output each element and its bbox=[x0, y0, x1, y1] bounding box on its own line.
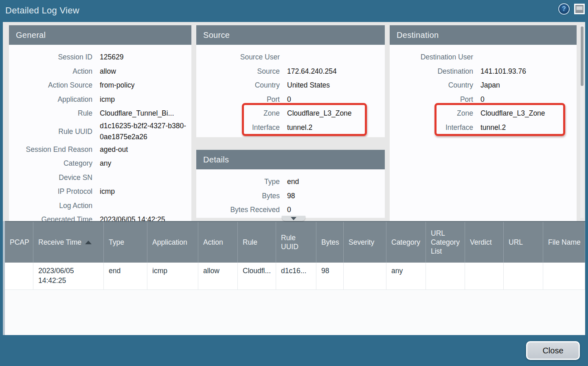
field-device-sn: Device SN bbox=[9, 171, 191, 185]
close-button[interactable]: Close bbox=[526, 341, 580, 360]
field-destination-user: Destination User bbox=[390, 50, 577, 64]
destination-panel-body: Destination User Destination141.101.93.7… bbox=[390, 45, 577, 221]
general-panel-body: Session ID125629 Actionallow Action Sour… bbox=[9, 45, 191, 221]
field-application: Applicationicmp bbox=[9, 92, 191, 107]
page-title: Detailed Log View bbox=[5, 0, 79, 21]
cell-verdict bbox=[465, 263, 504, 289]
field-bytes-received: Bytes Received0 bbox=[196, 203, 385, 217]
field-action-source: Action Sourcefrom-policy bbox=[9, 78, 191, 92]
detail-section: General Session ID125629 Actionallow Act… bbox=[3, 22, 585, 221]
collapse-handle[interactable] bbox=[282, 216, 305, 221]
cell-receive-time: 2023/06/05 14:42:25 bbox=[33, 263, 104, 289]
field-destination-port: Port0 bbox=[390, 92, 577, 107]
column-header-bytes[interactable]: Bytes bbox=[316, 222, 344, 263]
field-ip-protocol: IP Protocolicmp bbox=[9, 184, 191, 199]
field-action: Actionallow bbox=[9, 64, 191, 79]
details-panel-title: Details bbox=[196, 150, 385, 169]
cell-category: any bbox=[386, 263, 426, 289]
field-destination: Destination141.101.93.76 bbox=[390, 64, 577, 79]
field-rule: RuleCloudflare_Tunnel_Bi... bbox=[9, 106, 191, 121]
source-panel: Source Source User Source172.64.240.254 … bbox=[196, 25, 385, 137]
column-header-rule-uuid[interactable]: Rule UUID bbox=[276, 222, 316, 263]
field-source-zone: ZoneCloudflare_L3_Zone bbox=[196, 106, 385, 121]
cell-pcap bbox=[5, 263, 33, 289]
column-header-file-name[interactable]: File Name bbox=[543, 222, 585, 263]
cell-type: end bbox=[104, 263, 147, 289]
field-source-interface: Interfacetunnel.2 bbox=[196, 121, 385, 135]
column-header-type[interactable]: Type bbox=[104, 222, 147, 263]
cell-file-name bbox=[543, 263, 585, 289]
chevron-down-icon bbox=[291, 217, 296, 220]
cell-bytes: 98 bbox=[316, 263, 344, 289]
general-panel: General Session ID125629 Actionallow Act… bbox=[9, 25, 191, 221]
vertical-scrollbar[interactable] bbox=[580, 25, 584, 218]
column-header-receive-time[interactable]: Receive Time bbox=[33, 222, 104, 263]
field-destination-country: CountryJapan bbox=[390, 78, 577, 92]
field-destination-interface: Interfacetunnel.2 bbox=[390, 121, 577, 135]
field-session-end-reason: Session End Reasonaged-out bbox=[9, 142, 191, 157]
column-header-url[interactable]: URL bbox=[504, 222, 543, 263]
column-header-severity[interactable]: Severity bbox=[344, 222, 386, 263]
field-category: Categoryany bbox=[9, 156, 191, 171]
cell-application: icmp bbox=[147, 263, 198, 289]
titlebar: Detailed Log View ? bbox=[0, 0, 588, 22]
column-header-rule[interactable]: Rule bbox=[238, 222, 276, 263]
source-zone-highlight-group: ZoneCloudflare_L3_Zone Interfacetunnel.2 bbox=[196, 106, 385, 134]
column-header-application[interactable]: Application bbox=[147, 222, 198, 263]
field-source-country: CountryUnited States bbox=[196, 78, 385, 92]
window-icon-glyph bbox=[576, 6, 583, 10]
column-header-category[interactable]: Category bbox=[386, 222, 426, 263]
log-table: PCAP Receive Time Type Application Actio… bbox=[3, 221, 585, 335]
field-source-user: Source User bbox=[196, 50, 385, 64]
sort-ascending-icon bbox=[85, 241, 92, 244]
cell-rule-uuid: d1c16... bbox=[276, 263, 316, 289]
cell-rule: Cloudfl... bbox=[238, 263, 276, 289]
window-icon[interactable] bbox=[574, 4, 585, 14]
log-table-header: PCAP Receive Time Type Application Actio… bbox=[5, 221, 585, 263]
field-destination-zone: ZoneCloudflare_L3_Zone bbox=[390, 106, 577, 121]
source-panel-title: Source bbox=[196, 25, 385, 45]
cell-url bbox=[504, 263, 543, 289]
field-rule-uuid: Rule UUIDd1c16235-b2f2-4327-b380-0ae1875… bbox=[9, 121, 191, 142]
column-header-url-category-list[interactable]: URL Category List bbox=[426, 222, 465, 263]
destination-zone-highlight-group: ZoneCloudflare_L3_Zone Interfacetunnel.2 bbox=[390, 106, 577, 134]
details-panel: Details Typeend Bytes98 Bytes Received0 bbox=[196, 150, 385, 218]
help-icon[interactable]: ? bbox=[558, 3, 570, 15]
field-generated-time: Generated Time2023/06/05 14:42:25 bbox=[9, 213, 191, 221]
column-header-action[interactable]: Action bbox=[198, 222, 238, 263]
scrollbar-thumb[interactable] bbox=[581, 26, 584, 86]
general-panel-title: General bbox=[9, 25, 191, 45]
column-header-verdict[interactable]: Verdict bbox=[465, 222, 504, 263]
field-bytes: Bytes98 bbox=[196, 189, 385, 203]
cell-severity bbox=[344, 263, 386, 289]
field-log-action: Log Action bbox=[9, 199, 191, 213]
destination-panel: Destination Destination User Destination… bbox=[390, 25, 577, 221]
field-session-id: Session ID125629 bbox=[9, 50, 191, 64]
cell-url-category-list bbox=[426, 263, 465, 289]
cell-action: allow bbox=[198, 263, 238, 289]
destination-panel-title: Destination bbox=[390, 25, 577, 45]
table-row[interactable]: 2023/06/05 14:42:25 end icmp allow Cloud… bbox=[5, 263, 585, 290]
field-source: Source172.64.240.254 bbox=[196, 64, 385, 79]
details-panel-body: Typeend Bytes98 Bytes Received0 bbox=[196, 169, 385, 218]
source-panel-body: Source User Source172.64.240.254 Country… bbox=[196, 45, 385, 137]
field-type: Typeend bbox=[196, 175, 385, 189]
field-source-port: Port0 bbox=[196, 92, 385, 107]
column-header-pcap[interactable]: PCAP bbox=[5, 222, 33, 263]
